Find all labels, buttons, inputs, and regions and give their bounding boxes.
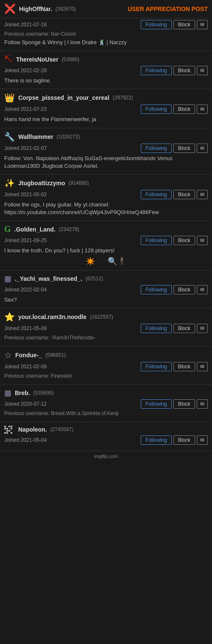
msg-button-highoffnar[interactable]: ✉ bbox=[197, 20, 208, 29]
wallhammer-username: Wallhammer bbox=[18, 133, 53, 140]
user-card-napoleon: Napoleon. (2745587) Joined 2021-05-04 Fo… bbox=[0, 422, 212, 451]
msg-button-thereisnousser[interactable]: ✉ bbox=[197, 66, 208, 75]
user-meta-thereisnousser: Joined 2022-02-28 Following Block ✉ bbox=[4, 66, 208, 75]
user-card-goldenland: G .Golden_Land. (234278) Joined 2021-09-… bbox=[0, 221, 212, 270]
following-button-highoffnar[interactable]: Following bbox=[141, 20, 172, 29]
joined-goldenland: Joined 2021-09-25 bbox=[4, 237, 47, 243]
following-button-napoleon[interactable]: Following bbox=[141, 435, 172, 445]
block-button-jtugboat[interactable]: Block bbox=[173, 190, 195, 199]
user-card-corpse: 👑 Corpse_pisssed_in_your_cereal (297922)… bbox=[0, 89, 212, 128]
first-user-id: (392670) bbox=[56, 6, 76, 12]
user-header-jtugboat: ✨ Jtugboattizzymo (914680) bbox=[4, 178, 208, 188]
napoleon-username: Napoleon. bbox=[18, 426, 47, 433]
following-button-wallhammer[interactable]: Following bbox=[141, 144, 172, 153]
following-button-yachi[interactable]: Following bbox=[141, 285, 172, 294]
following-button-corpse[interactable]: Following bbox=[141, 105, 172, 114]
footer-credit: imgflip.com bbox=[0, 451, 212, 461]
tagline-goldenland: I know the truth. Do you? | fuck | 128 p… bbox=[4, 247, 208, 254]
yachi-icon: ▦ bbox=[4, 274, 11, 283]
block-button-breb[interactable]: Block bbox=[173, 399, 195, 409]
user-header-ramen: ⭐ your.local.ram3n.noodle (1622557) bbox=[4, 312, 208, 322]
user-header-breb: ▦ Breb. (535695) bbox=[4, 388, 208, 398]
napoleon-icon bbox=[4, 426, 12, 434]
user-card-highoffnar: Joined 2021-07-18 Following Block ✉ Prev… bbox=[0, 20, 212, 51]
msg-button-napoleon[interactable]: ✉ bbox=[197, 435, 208, 445]
block-button-wallhammer[interactable]: Block bbox=[173, 144, 195, 153]
following-button-jtugboat[interactable]: Following bbox=[141, 190, 172, 199]
block-button-goldenland[interactable]: Block bbox=[173, 236, 195, 245]
block-button-fondue[interactable]: Block bbox=[173, 362, 195, 371]
joined-ramen: Joined 2021-05-06 bbox=[4, 325, 47, 331]
prev-username-breb: Previous username: Bread.With.a.Sprinkle… bbox=[4, 410, 208, 416]
first-user-icon: ❌ bbox=[4, 3, 16, 14]
block-button-ramen[interactable]: Block bbox=[173, 324, 195, 333]
prev-username-fondue: Previous username: Finessed. bbox=[4, 373, 208, 379]
msg-button-yachi[interactable]: ✉ bbox=[197, 285, 208, 294]
user-header-yachi: ▦ ._Yachi_was_finessed_. (62512) bbox=[4, 274, 208, 283]
block-button-thereisnousser[interactable]: Block bbox=[173, 66, 195, 75]
user-card-ramen: ⭐ your.local.ram3n.noodle (1622557) Join… bbox=[0, 308, 212, 347]
user-header-napoleon: Napoleon. (2745587) bbox=[4, 426, 208, 434]
block-button-highoffnar[interactable]: Block bbox=[173, 20, 195, 29]
following-button-goldenland[interactable]: Following bbox=[141, 236, 172, 245]
following-button-breb[interactable]: Following bbox=[141, 399, 172, 409]
fondue-username: Fondue-_ bbox=[15, 352, 42, 359]
corpse-icon: 👑 bbox=[4, 93, 15, 103]
thereisnousser-username: ThereIsNoUser bbox=[16, 56, 59, 63]
joined-corpse: Joined 2021-07-23 bbox=[4, 106, 47, 112]
user-card-jtugboat: ✨ Jtugboattizzymo (914680) Joined 2021-0… bbox=[0, 175, 212, 221]
fondue-userid: (596851) bbox=[45, 352, 66, 358]
prev-username-ramen: Previous username: -Ram3nTheNoodle- bbox=[4, 335, 208, 341]
msg-button-wallhammer[interactable]: ✉ bbox=[197, 144, 208, 153]
actions-yachi: Following Block ✉ bbox=[141, 285, 208, 294]
ramen-userid: (1622557) bbox=[90, 314, 113, 320]
wallhammer-userid: (1026272) bbox=[57, 134, 80, 140]
block-button-napoleon[interactable]: Block bbox=[173, 435, 195, 445]
user-header-wallhammer: 🔧 Wallhammer (1026272) bbox=[4, 132, 208, 142]
jtugboat-username: Jtugboattizzymo bbox=[18, 180, 65, 186]
msg-button-fondue[interactable]: ✉ bbox=[197, 362, 208, 371]
yachi-username: ._Yachi_was_finessed_. bbox=[15, 275, 82, 282]
breb-userid: (535695) bbox=[33, 390, 54, 396]
actions-highoffnar: Following Block ✉ bbox=[141, 20, 208, 29]
user-header-corpse: 👑 Corpse_pisssed_in_your_cereal (297922) bbox=[4, 93, 208, 103]
following-button-fondue[interactable]: Following bbox=[141, 362, 172, 371]
block-button-yachi[interactable]: Block bbox=[173, 285, 195, 294]
msg-button-breb[interactable]: ✉ bbox=[197, 399, 208, 409]
user-meta-yachi: Joined 2022-02-04 Following Block ✉ bbox=[4, 285, 208, 294]
joined-highoffnar: Joined 2021-07-18 bbox=[4, 22, 47, 28]
joined-breb: Joined 2020-07-12 bbox=[4, 401, 47, 407]
actions-goldenland: Following Block ✉ bbox=[141, 236, 208, 245]
goldenland-emojis: ✴️ 🔍🕴 bbox=[4, 257, 208, 266]
tagline-corpse: Hans hand me the Flammenwerfer, ja bbox=[4, 116, 208, 123]
ramen-username: your.local.ram3n.noodle bbox=[18, 314, 86, 320]
actions-ramen: Following Block ✉ bbox=[141, 324, 208, 333]
user-meta-highoffnar: Joined 2021-07-18 Following Block ✉ bbox=[4, 20, 208, 29]
following-button-thereisnousser[interactable]: Following bbox=[141, 66, 172, 75]
prev-username-highoffnar: Previous username: Nar-Cissist bbox=[4, 31, 208, 37]
msg-button-jtugboat[interactable]: ✉ bbox=[197, 190, 208, 199]
block-button-corpse[interactable]: Block bbox=[173, 105, 195, 114]
tagline-yachi: Sex? bbox=[4, 296, 208, 304]
user-card-fondue: ☆ Fondue-_ (596851) Joined 2021-02-09 Fo… bbox=[0, 347, 212, 385]
banner-title: USER APPRECIATION POST bbox=[128, 6, 208, 12]
user-meta-corpse: Joined 2021-07-23 Following Block ✉ bbox=[4, 105, 208, 114]
msg-button-goldenland[interactable]: ✉ bbox=[197, 236, 208, 245]
msg-button-ramen[interactable]: ✉ bbox=[197, 324, 208, 333]
joined-wallhammer: Joined 2021-02-07 bbox=[4, 145, 47, 151]
actions-corpse: Following Block ✉ bbox=[141, 105, 208, 114]
goldenland-username: .Golden_Land. bbox=[14, 226, 56, 233]
joined-yachi: Joined 2022-02-04 bbox=[4, 287, 47, 293]
joined-jtugboat: Joined 2021-05-02 bbox=[4, 192, 47, 198]
msg-button-corpse[interactable]: ✉ bbox=[197, 105, 208, 114]
user-header-thereisnousser: ⛏ ThereIsNoUser (53880) bbox=[4, 54, 208, 64]
corpse-userid: (297922) bbox=[113, 95, 133, 101]
joined-thereisnousser: Joined 2022-02-28 bbox=[4, 68, 47, 73]
user-meta-ramen: Joined 2021-05-06 Following Block ✉ bbox=[4, 324, 208, 333]
goldenland-icon: G bbox=[4, 224, 11, 234]
fondue-icon: ☆ bbox=[4, 350, 12, 360]
breb-username: Breb. bbox=[15, 390, 30, 396]
user-meta-jtugboat: Joined 2021-05-02 Following Block ✉ bbox=[4, 190, 208, 199]
following-button-ramen[interactable]: Following bbox=[141, 324, 172, 333]
user-header-goldenland: G .Golden_Land. (234278) bbox=[4, 224, 208, 234]
